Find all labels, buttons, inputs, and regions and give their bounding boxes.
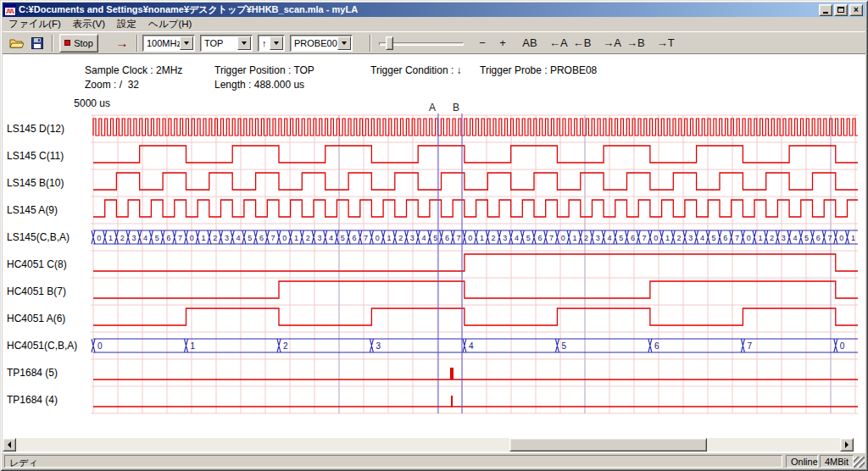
zoom-slider[interactable] — [379, 35, 464, 52]
status-memory: 4MBit — [820, 455, 854, 468]
bus-value: 2 — [584, 234, 588, 242]
channel-row: HC4051 B(7) — [7, 281, 858, 298]
toolbar-separator — [52, 35, 53, 52]
bus-value: 2 — [120, 234, 125, 242]
probe-select[interactable]: PROBE00 — [290, 35, 353, 52]
bus-value: 7 — [364, 234, 368, 242]
prev-marker-b-button[interactable]: ←B — [570, 35, 594, 52]
save-button[interactable] — [27, 34, 47, 53]
trigger-position-select[interactable]: TOP — [200, 35, 253, 52]
menu-bar: ファイル(F) 表示(V) 設定 ヘルプ(H) — [3, 17, 865, 31]
bus-value: 3 — [503, 234, 507, 242]
horizontal-scrollbar[interactable] — [3, 438, 854, 452]
close-button[interactable]: × — [849, 4, 863, 16]
bus-value: 1 — [758, 234, 762, 242]
channel-label[interactable]: LS145 C(11) — [7, 150, 64, 162]
status-bar: レディ Online 4MBit — [3, 452, 865, 468]
next-marker-a-button[interactable]: →A — [600, 35, 624, 52]
channel-row: TP1684 (5) — [7, 367, 858, 380]
marker-label: B — [453, 102, 459, 114]
signal-trace — [93, 254, 858, 271]
run-button[interactable]: → — [112, 34, 132, 53]
chevron-down-icon[interactable] — [337, 36, 351, 50]
menu-help[interactable]: ヘルプ(H) — [142, 17, 198, 31]
menu-file[interactable]: ファイル(F) — [3, 17, 67, 31]
channel-label[interactable]: HC4051 A(6) — [7, 313, 65, 324]
channel-label[interactable]: LS145 B(10) — [7, 177, 64, 189]
stop-button[interactable]: Stop — [59, 34, 98, 53]
channel-label[interactable]: LS145 A(9) — [7, 204, 58, 216]
chevron-down-icon[interactable] — [270, 36, 283, 50]
channel-label[interactable]: HC4051 C(8) — [7, 258, 67, 270]
next-marker-b-button[interactable]: →B — [624, 35, 648, 52]
menu-view[interactable]: 表示(V) — [67, 17, 111, 31]
bus-value: 2 — [677, 234, 682, 242]
trigger-edge-value: ↑ — [259, 38, 270, 48]
marker-B[interactable]: B — [453, 102, 462, 413]
signal-trace — [93, 281, 858, 298]
scroll-left-button[interactable] — [3, 438, 16, 452]
signal-trace — [93, 200, 858, 217]
bus-value: 4 — [329, 234, 333, 242]
stop-icon — [64, 40, 70, 46]
app-icon — [4, 4, 16, 16]
arrow-left-icon — [8, 441, 11, 448]
bus-value: 0 — [747, 234, 751, 242]
marker-A[interactable]: A — [429, 102, 438, 413]
prev-marker-a-button[interactable]: ←A — [547, 35, 570, 52]
bus-trace — [92, 230, 858, 244]
bus-value: 1 — [480, 234, 484, 242]
channel-label[interactable]: HC4051(C,B,A) — [7, 340, 77, 352]
open-file-button[interactable] — [7, 34, 27, 53]
signal-trace — [93, 308, 858, 325]
open-folder-icon — [9, 37, 25, 49]
zoom-in-button[interactable]: + — [492, 35, 513, 52]
trigger-probe-info: Trigger Probe : PROBE08 — [480, 64, 597, 76]
bus-value: 3 — [688, 234, 693, 242]
channel-label[interactable]: LS145(C,B,A) — [7, 231, 70, 243]
bus-value: 3 — [410, 234, 415, 242]
slider-thumb[interactable] — [386, 36, 393, 50]
bus-value: 4 — [793, 234, 797, 242]
bus-value: 7 — [549, 234, 554, 242]
menu-settings[interactable]: 設定 — [111, 17, 142, 31]
marker-ab-button[interactable]: AB — [520, 35, 540, 52]
chevron-down-icon[interactable] — [180, 36, 193, 50]
channel-label[interactable]: TP1684 (5) — [7, 367, 58, 379]
resize-grip[interactable] — [854, 457, 865, 468]
bus-value: 1 — [851, 234, 855, 242]
bus-value: 5 — [561, 341, 566, 351]
bus-value: 6 — [816, 234, 821, 242]
maximize-button[interactable] — [834, 4, 848, 16]
bus-value: 1 — [294, 234, 298, 242]
channel-row: HC4051 A(6) — [7, 308, 858, 325]
bus-value: 7 — [457, 234, 461, 242]
channel-label[interactable]: TP1684 (4) — [7, 394, 58, 406]
bus-value: 5 — [712, 234, 716, 242]
title-bar[interactable]: C:¥Documents and Settings¥noname¥デスクトップ¥… — [3, 3, 865, 17]
bus-value: 4 — [421, 234, 426, 242]
bus-value: 0 — [654, 234, 658, 242]
trigger-edge-select[interactable]: ↑ — [258, 35, 285, 52]
bus-value: 0 — [840, 341, 845, 351]
bus-value: 6 — [445, 234, 449, 242]
bus-value: 1 — [665, 234, 670, 242]
bus-value: 1 — [201, 234, 205, 242]
goto-trigger-button[interactable]: →T — [654, 35, 677, 52]
minimize-button[interactable] — [819, 4, 832, 16]
bus-value: 3 — [225, 234, 229, 242]
channel-label[interactable]: HC4051 B(7) — [7, 285, 66, 297]
bus-value: 5 — [804, 234, 809, 242]
bus-value: 6 — [631, 234, 635, 242]
channel-label[interactable]: LS145 D(12) — [7, 123, 64, 135]
channel-row: LS145 C(11) — [7, 146, 858, 163]
sample-clock-select[interactable]: 100MHz — [142, 35, 195, 52]
bus-value: 6 — [259, 234, 264, 242]
zoom-out-button[interactable]: − — [472, 35, 492, 52]
chevron-down-icon[interactable] — [237, 36, 251, 50]
scroll-right-button[interactable] — [840, 438, 854, 452]
bus-value: 7 — [642, 234, 646, 242]
scrollbar-thumb[interactable] — [509, 438, 707, 452]
bus-value: 7 — [747, 341, 752, 351]
bus-value: 2 — [492, 234, 496, 242]
